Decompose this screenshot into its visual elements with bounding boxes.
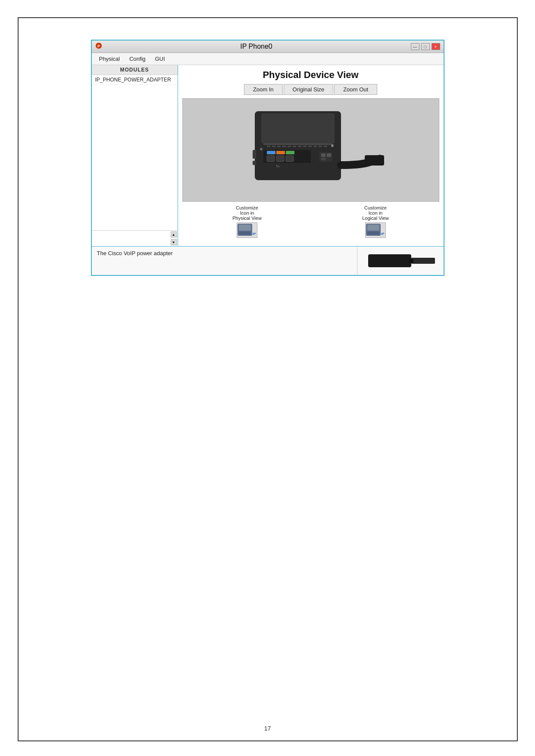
svg-rect-30 (327, 153, 331, 157)
svg-rect-12 (303, 146, 307, 147)
svg-rect-38 (367, 225, 379, 231)
description-text: The Cisco VoIP power adapter (92, 247, 357, 275)
svg-rect-5 (267, 146, 270, 147)
svg-rect-35 (239, 231, 251, 235)
svg-rect-42 (411, 258, 435, 264)
zoom-controls: Zoom In Original Size Zoom Out (182, 84, 439, 95)
page-number: 17 (27, 716, 508, 732)
svg-rect-32 (365, 155, 384, 166)
svg-rect-4 (263, 144, 332, 145)
customize-physical: Customize Icon in Physical View IP (232, 205, 262, 238)
right-panel: Physical Device View Zoom In Original Si… (178, 65, 444, 246)
original-size-button[interactable]: Original Size (284, 84, 334, 95)
maximize-button[interactable]: □ (421, 43, 430, 50)
power-adapter-image (366, 250, 435, 272)
svg-rect-6 (272, 146, 275, 147)
modules-header: MODULES (92, 65, 178, 75)
physical-device-title: Physical Device View (182, 69, 439, 81)
svg-rect-22 (267, 151, 275, 154)
svg-rect-16 (324, 146, 327, 147)
customize-logical-label: Customize Icon in Logical View (362, 205, 389, 221)
svg-rect-43 (409, 259, 413, 263)
svg-rect-25 (267, 156, 275, 162)
window-title: IP Phone0 (240, 43, 272, 50)
svg-rect-19 (253, 150, 256, 159)
svg-point-17 (331, 144, 334, 147)
window-container: P IP Phone0 — □ × Physical Config GUI MO (91, 40, 444, 276)
close-button[interactable]: × (432, 43, 440, 50)
left-panel: MODULES IP_PHONE_POWER_ADAPTER ▲ ▼ (92, 65, 178, 246)
minimize-button[interactable]: — (411, 43, 419, 50)
scroll-down[interactable]: ▼ (92, 238, 178, 246)
menu-physical[interactable]: Physical (94, 54, 125, 64)
customize-physical-label: Customize Icon in Physical View (232, 205, 262, 221)
svg-rect-20 (253, 161, 256, 165)
svg-rect-31 (321, 158, 325, 160)
svg-rect-10 (293, 146, 296, 147)
svg-text:IP: IP (381, 232, 385, 236)
title-bar-center: IP Phone0 (102, 43, 411, 50)
description-image (357, 247, 444, 275)
menu-bar: Physical Config GUI (92, 53, 444, 65)
svg-rect-29 (321, 153, 325, 157)
main-content: MODULES IP_PHONE_POWER_ADAPTER ▲ ▼ Physi… (92, 65, 444, 246)
svg-rect-9 (288, 146, 291, 147)
svg-rect-26 (276, 156, 284, 162)
zoom-in-button[interactable]: Zoom In (244, 84, 283, 95)
svg-text:P: P (97, 44, 100, 48)
menu-config[interactable]: Config (125, 54, 150, 64)
svg-text:IP: IP (253, 232, 256, 236)
svg-rect-13 (308, 146, 312, 147)
svg-rect-3 (261, 113, 335, 144)
module-ip-phone-power-adapter[interactable]: IP_PHONE_POWER_ADAPTER (92, 75, 178, 85)
svg-rect-11 (298, 146, 301, 147)
left-panel-spacer (92, 85, 178, 230)
svg-rect-15 (319, 146, 322, 147)
customize-row: Customize Icon in Physical View IP (182, 205, 439, 238)
customize-logical: Customize Icon in Logical View IP (362, 205, 389, 238)
svg-rect-8 (282, 146, 286, 147)
device-preview (182, 98, 439, 202)
window-controls: — □ × (411, 43, 440, 50)
svg-rect-14 (313, 146, 317, 147)
title-bar-left: P (95, 42, 102, 51)
svg-rect-7 (277, 146, 281, 147)
zoom-out-button[interactable]: Zoom Out (334, 84, 377, 95)
physical-view-icon[interactable]: IP (237, 222, 257, 238)
logical-view-icon[interactable]: IP (365, 222, 386, 238)
svg-rect-39 (367, 231, 379, 235)
page-outer: P IP Phone0 — □ × Physical Config GUI MO (18, 17, 518, 741)
svg-rect-23 (276, 151, 285, 154)
svg-rect-27 (286, 156, 294, 162)
menu-gui[interactable]: GUI (150, 54, 170, 64)
scroll-up[interactable]: ▲ (171, 231, 177, 237)
svg-rect-41 (368, 254, 411, 267)
title-bar: P IP Phone0 — □ × (92, 41, 444, 53)
phone-svg (238, 103, 384, 197)
svg-point-18 (260, 148, 263, 150)
svg-rect-34 (239, 225, 251, 231)
bottom-bar: The Cisco VoIP power adapter (92, 246, 444, 275)
svg-rect-24 (286, 151, 294, 154)
app-icon: P (95, 42, 102, 51)
